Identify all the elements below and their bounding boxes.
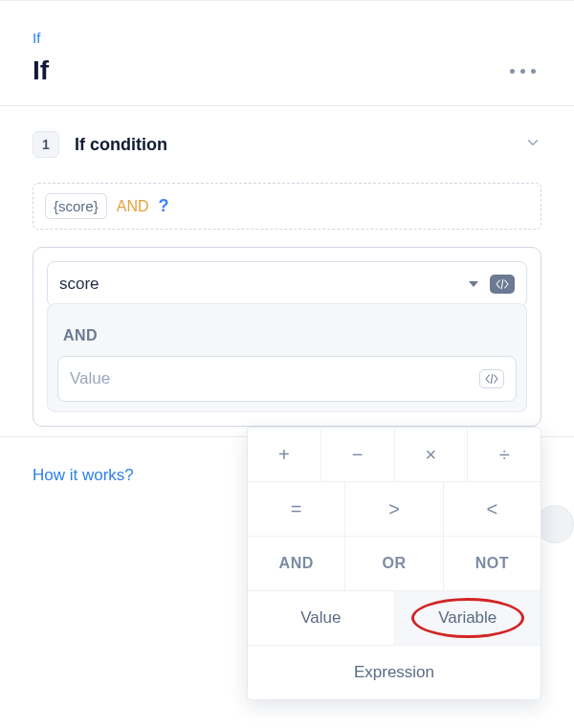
picker-row-expr: Expression <box>248 646 541 699</box>
step-number-badge: 1 <box>33 131 59 158</box>
expression-preview[interactable]: {score} AND ? <box>33 183 541 230</box>
op-divide[interactable]: ÷ <box>468 428 541 481</box>
dot-icon <box>520 69 525 74</box>
picker-row-compare: = > < <box>248 482 541 537</box>
op-minus[interactable]: − <box>321 428 395 481</box>
op-eq[interactable]: = <box>248 482 345 536</box>
expression-editor: score AND Value <box>33 247 541 427</box>
operand-2-field[interactable]: Value <box>57 356 517 402</box>
code-icon[interactable] <box>490 275 515 294</box>
step-title: If condition <box>75 135 167 155</box>
how-it-works-link[interactable]: How it works? <box>0 437 166 514</box>
picker-variable-label: Variable <box>438 608 497 628</box>
picker-variable[interactable]: Variable <box>395 591 541 645</box>
op-gt[interactable]: > <box>345 482 443 536</box>
expression-picker: + − × ÷ = > < AND OR NOT Value Variable … <box>247 427 541 700</box>
op-lt[interactable]: < <box>444 482 541 536</box>
picker-row-bool: AND OR NOT <box>248 537 541 591</box>
operator-selected: AND <box>57 314 517 356</box>
operand-1-value: score <box>59 275 99 294</box>
header: If If <box>0 1 574 105</box>
more-menu-button[interactable] <box>504 63 541 79</box>
operand-1-field[interactable]: score <box>47 261 527 307</box>
dot-icon <box>531 69 536 74</box>
picker-row-math: + − × ÷ <box>248 428 541 482</box>
page-title: If <box>33 55 49 86</box>
picker-expression[interactable]: Expression <box>248 646 541 699</box>
op-and[interactable]: AND <box>248 537 345 590</box>
code-icon[interactable] <box>479 369 504 388</box>
op-not[interactable]: NOT <box>444 537 541 590</box>
picker-row-valvar: Value Variable <box>248 591 541 646</box>
dot-icon <box>510 69 515 74</box>
op-multiply[interactable]: × <box>395 428 469 481</box>
variable-token: {score} <box>45 193 107 219</box>
operator-label: AND <box>117 198 149 215</box>
condition-section: 1 If condition {score} AND ? score AND V… <box>0 106 574 436</box>
operand-2-placeholder: Value <box>70 369 110 388</box>
breadcrumb[interactable]: If <box>33 30 541 46</box>
op-plus[interactable]: + <box>248 428 321 481</box>
step-header[interactable]: 1 If condition <box>33 131 541 158</box>
placeholder-question-icon: ? <box>158 196 168 216</box>
op-or[interactable]: OR <box>345 537 443 590</box>
caret-down-icon <box>469 281 478 287</box>
decorative-circle <box>536 505 574 543</box>
picker-value[interactable]: Value <box>248 591 395 645</box>
chevron-down-icon <box>524 134 541 155</box>
